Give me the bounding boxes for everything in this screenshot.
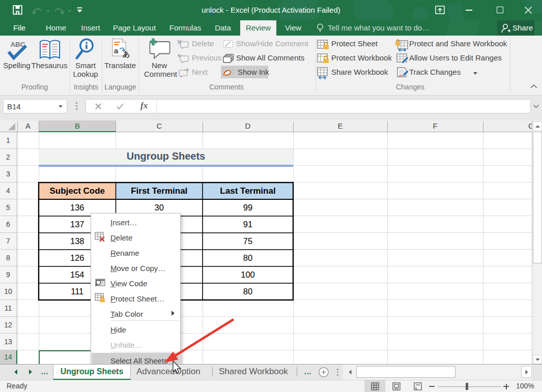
svg-text:あ: あ (123, 50, 130, 58)
svg-text:a: a (114, 46, 119, 55)
